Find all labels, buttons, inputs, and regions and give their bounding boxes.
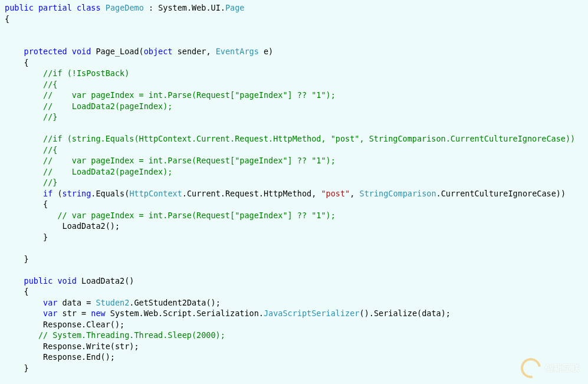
- comment: //}: [5, 178, 57, 187]
- keyword: public: [24, 276, 53, 285]
- keyword: partial: [38, 3, 72, 12]
- type-name: PageDemo: [106, 3, 144, 12]
- code-text: (: [52, 189, 62, 198]
- brace: {: [5, 287, 29, 296]
- code-text: Response.Write(str);: [5, 342, 139, 351]
- code-block: public partial class PageDemo : System.W…: [0, 0, 588, 373]
- comment: //{: [5, 80, 57, 89]
- code-text: .Current.Request.HttpMethod,: [182, 189, 321, 198]
- code-text: data =: [57, 298, 96, 307]
- brace: }: [5, 254, 29, 264]
- comment: // LoadData2(pageIndex);: [5, 101, 172, 111]
- brace: {: [5, 14, 9, 24]
- code-text: str =: [57, 308, 91, 318]
- keyword: new: [91, 308, 105, 318]
- comment: //}: [5, 112, 57, 122]
- code-text: Response.End();: [5, 352, 115, 362]
- code-text: ,: [350, 189, 359, 198]
- code-text: ().Serialize(data);: [360, 308, 451, 318]
- keyword: object: [144, 47, 173, 56]
- keyword: protected: [24, 47, 67, 56]
- comment: // System.Threading.Thread.Sleep(2000);: [5, 330, 225, 340]
- comment: // var pageIndex = int.Parse(Request["pa…: [5, 90, 336, 100]
- type-name: Page: [225, 3, 245, 12]
- type-name: Studen2: [96, 298, 129, 307]
- keyword: void: [57, 276, 77, 285]
- keyword: class: [77, 3, 101, 12]
- keyword: var: [43, 298, 57, 307]
- brace: }: [5, 363, 29, 373]
- type-name: HttpContext: [129, 189, 182, 198]
- code-text: System.Web.Script.Serialization.: [106, 308, 264, 318]
- comment: //{: [5, 145, 57, 155]
- brace: {: [5, 58, 29, 67]
- code-text: LoadData2();: [5, 221, 120, 231]
- comment: //if (!IsPostBack): [5, 68, 129, 78]
- comment: //if (string.Equals(HttpContext.Current.…: [5, 134, 575, 143]
- code-text: Response.Clear();: [5, 320, 124, 329]
- type-name: EventArgs: [216, 47, 259, 56]
- brace: {: [5, 199, 48, 209]
- keyword: void: [72, 47, 91, 56]
- keyword: if: [43, 189, 52, 198]
- keyword: var: [43, 308, 57, 318]
- keyword: public: [5, 3, 34, 12]
- type-name: JavaScriptSerializer: [264, 308, 360, 318]
- code-text: sender,: [173, 47, 216, 56]
- comment: // LoadData2(pageIndex);: [5, 167, 172, 176]
- code-text: .GetStudent2Data();: [129, 298, 220, 307]
- type-name: StringComparison: [360, 189, 436, 198]
- string-literal: "post": [321, 189, 350, 198]
- code-text: .Equals(: [91, 189, 129, 198]
- method-name: LoadData2(): [77, 276, 134, 285]
- method-name: Page_Load(: [91, 47, 143, 56]
- code-text: e): [259, 47, 273, 56]
- comment: // var pageIndex = int.Parse(Request["pa…: [5, 156, 336, 165]
- keyword: string: [63, 189, 91, 198]
- comment: // var pageIndex = int.Parse(Request["pa…: [5, 211, 336, 220]
- code-text: .CurrentCultureIgnoreCase)): [436, 189, 566, 198]
- brace: }: [5, 232, 48, 242]
- code-text: : System.Web.UI.: [144, 3, 225, 12]
